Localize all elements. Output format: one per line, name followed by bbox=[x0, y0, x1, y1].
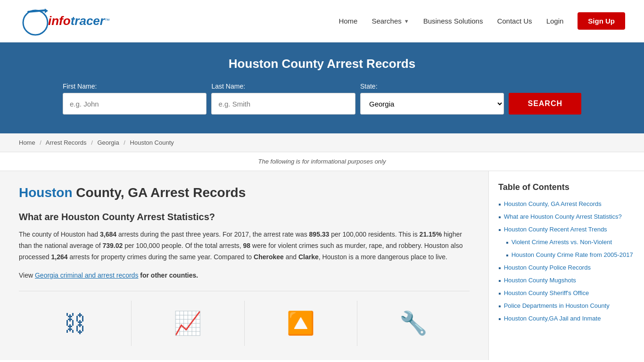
breadcrumb-sep-2: / bbox=[91, 139, 93, 146]
info-notice: The following is for informational purpo… bbox=[0, 152, 644, 171]
toc-bullet-7: ▪ bbox=[498, 277, 501, 285]
breadcrumb-arrest-records[interactable]: Arrest Records bbox=[46, 139, 87, 146]
view-text-before: View bbox=[19, 272, 35, 279]
icon-handcuffs: ⛓ bbox=[19, 301, 132, 346]
view-records-text: View Georgia criminal and arrest records… bbox=[19, 270, 470, 281]
icons-row: ⛓ 📈 🔼 🔧 bbox=[19, 291, 470, 346]
toc-bullet-2: ▪ bbox=[498, 213, 501, 222]
last-name-input[interactable] bbox=[211, 93, 355, 115]
main-layout: Houston County, GA Arrest Records What a… bbox=[0, 171, 644, 360]
toc-item-1: ▪ Houston County, GA Arrest Records bbox=[498, 200, 635, 209]
violent-crimes-count: 98 bbox=[243, 242, 251, 249]
toc-list: ▪ Houston County, GA Arrest Records ▪ Wh… bbox=[498, 200, 635, 323]
cherokee: Cherokee bbox=[254, 253, 284, 261]
section-heading-statistics: What are Houston County Arrest Statistic… bbox=[19, 212, 470, 222]
toc-bullet-8: ▪ bbox=[498, 289, 501, 298]
national-average: 739.02 bbox=[102, 242, 123, 249]
toc-item-6: ▪ Houston County Police Records bbox=[498, 263, 635, 272]
first-name-input[interactable] bbox=[63, 93, 206, 115]
scroll-icon: 🔼 bbox=[287, 310, 315, 337]
logo: infotracer™ bbox=[19, 5, 110, 38]
toc-bullet-5: ▪ bbox=[506, 251, 509, 260]
state-label: State: bbox=[360, 82, 504, 90]
toc-link-5[interactable]: Houston County Crime Rate from 2005-2017 bbox=[512, 251, 633, 259]
search-form: First Name: Last Name: State: Georgia Al… bbox=[63, 82, 581, 115]
state-group: State: Georgia Alabama Alaska Arizona Ca… bbox=[360, 82, 504, 115]
toc-bullet-1: ▪ bbox=[498, 200, 501, 209]
content-paragraph: The county of Houston had 3,684 arrests … bbox=[19, 229, 470, 263]
hero-section: Houston County Arrest Records First Name… bbox=[0, 42, 644, 133]
trend-icon: 📈 bbox=[173, 310, 202, 337]
arrest-rate: 895.33 bbox=[309, 230, 330, 238]
breadcrumb-home[interactable]: Home bbox=[19, 139, 35, 146]
percent-higher: 21.15% bbox=[420, 230, 442, 238]
toc-item-8: ▪ Houston County Sheriff's Office bbox=[498, 289, 635, 298]
georgia-link[interactable]: Georgia criminal and arrest records bbox=[35, 272, 138, 279]
toc-link-9[interactable]: Police Departments in Houston County bbox=[504, 302, 610, 310]
icon-trend: 📈 bbox=[132, 301, 244, 346]
logo-tm: ™ bbox=[105, 17, 110, 23]
logo-tracer: tracer bbox=[71, 14, 105, 28]
nav-business-solutions[interactable]: Business Solutions bbox=[423, 17, 483, 25]
toc-link-2[interactable]: What are Houston County Arrest Statistic… bbox=[504, 213, 622, 221]
login-button[interactable]: Login bbox=[546, 17, 564, 25]
icon-gavel: 🔧 bbox=[357, 301, 470, 346]
toc-item-10: ▪ Houston County,GA Jail and Inmate bbox=[498, 314, 635, 323]
toc-link-10[interactable]: Houston County,GA Jail and Inmate bbox=[504, 314, 601, 323]
page-title-rest: County, GA Arrest Records bbox=[73, 185, 246, 200]
breadcrumb-sep-1: / bbox=[40, 139, 41, 146]
toc-item-4: ▪ Violent Crime Arrests vs. Non-Violent bbox=[506, 238, 635, 247]
toc-item-5: ▪ Houston County Crime Rate from 2005-20… bbox=[506, 251, 635, 260]
toc-bullet-10: ▪ bbox=[498, 315, 501, 323]
handcuffs-icon: ⛓ bbox=[64, 311, 86, 337]
breadcrumb-sep-3: / bbox=[124, 139, 125, 146]
toc-link-6[interactable]: Houston County Police Records bbox=[504, 263, 591, 272]
sidebar: Table of Contents ▪ Houston County, GA A… bbox=[488, 171, 644, 360]
last-name-label: Last Name: bbox=[211, 82, 355, 90]
svg-point-0 bbox=[23, 10, 48, 35]
toc-item-7: ▪ Houston County Mugshots bbox=[498, 276, 635, 285]
view-text-after: for other counties. bbox=[138, 272, 198, 279]
logo-info: info bbox=[48, 14, 71, 28]
breadcrumb-georgia[interactable]: Georgia bbox=[97, 139, 119, 146]
toc-link-7[interactable]: Houston County Mugshots bbox=[504, 276, 576, 285]
property-crimes-count: 1,264 bbox=[51, 253, 67, 261]
nav-contact-us[interactable]: Contact Us bbox=[497, 17, 532, 25]
breadcrumb: Home / Arrest Records / Georgia / Housto… bbox=[0, 133, 644, 152]
toc-bullet-4: ▪ bbox=[506, 239, 509, 247]
main-nav: Home Searches ▼ Business Solutions Conta… bbox=[339, 12, 625, 30]
logo-icon bbox=[19, 5, 52, 38]
breadcrumb-houston-county: Houston County bbox=[130, 139, 174, 146]
signup-button[interactable]: Sign Up bbox=[578, 12, 625, 30]
toc-bullet-3: ▪ bbox=[498, 226, 501, 234]
content-area: Houston County, GA Arrest Records What a… bbox=[0, 171, 488, 360]
toc-link-3[interactable]: Houston County Recent Arrest Trends bbox=[504, 225, 607, 234]
last-name-group: Last Name: bbox=[211, 82, 355, 115]
first-name-group: First Name: bbox=[63, 82, 206, 115]
page-title: Houston County, GA Arrest Records bbox=[19, 185, 470, 200]
toc-item-3: ▪ Houston County Recent Arrest Trends bbox=[498, 225, 635, 234]
nav-home[interactable]: Home bbox=[339, 17, 357, 25]
search-button[interactable]: SEARCH bbox=[509, 93, 581, 115]
toc-item-2: ▪ What are Houston County Arrest Statist… bbox=[498, 213, 635, 222]
toc-link-4[interactable]: Violent Crime Arrests vs. Non-Violent bbox=[512, 238, 612, 247]
chevron-down-icon: ▼ bbox=[404, 18, 409, 24]
toc-link-1[interactable]: Houston County, GA Arrest Records bbox=[504, 200, 602, 208]
toc-bullet-6: ▪ bbox=[498, 264, 501, 272]
clarke: Clarke bbox=[298, 253, 319, 261]
page-title-highlight: Houston bbox=[19, 185, 73, 200]
hero-title: Houston County Arrest Records bbox=[19, 57, 625, 71]
icon-scroll: 🔼 bbox=[245, 301, 357, 346]
site-header: infotracer™ Home Searches ▼ Business Sol… bbox=[0, 0, 644, 42]
arrests-count: 3,684 bbox=[100, 230, 116, 238]
nav-searches[interactable]: Searches ▼ bbox=[372, 17, 409, 25]
toc-bullet-9: ▪ bbox=[498, 302, 501, 311]
toc-link-8[interactable]: Houston County Sheriff's Office bbox=[504, 289, 589, 297]
toc-title: Table of Contents bbox=[498, 182, 635, 192]
svg-marker-2 bbox=[45, 8, 48, 13]
first-name-label: First Name: bbox=[63, 82, 206, 90]
gavel-icon: 🔧 bbox=[399, 310, 428, 337]
toc-item-9: ▪ Police Departments in Houston County bbox=[498, 302, 635, 311]
state-select[interactable]: Georgia Alabama Alaska Arizona Californi… bbox=[360, 93, 504, 115]
